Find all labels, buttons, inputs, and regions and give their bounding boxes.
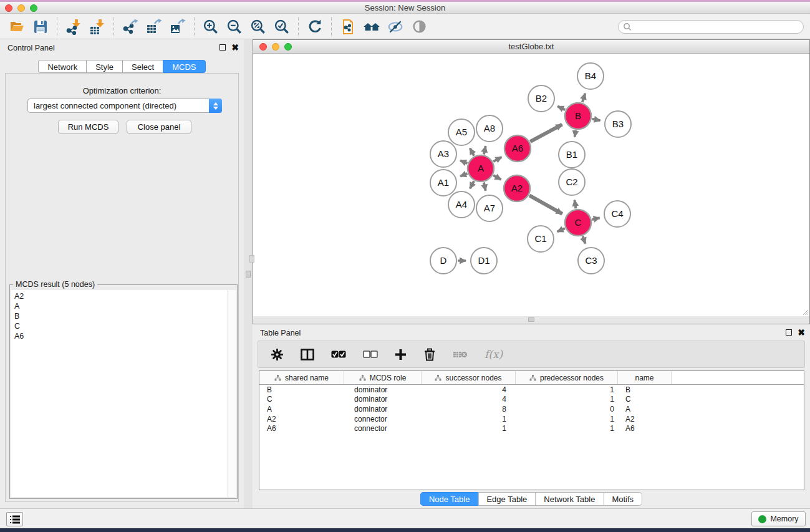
tab-select[interactable]: Select (122, 60, 163, 73)
node-B2[interactable]: B2 (528, 85, 554, 112)
table-row[interactable]: A2connector11A2 (259, 414, 804, 424)
export-network-button[interactable] (118, 16, 142, 38)
node-A7[interactable]: A7 (476, 195, 503, 221)
edge-A-A1[interactable] (460, 173, 467, 176)
hide-graphics-button[interactable] (383, 16, 407, 38)
open-session-button[interactable] (5, 16, 29, 38)
delete-column-button[interactable] (423, 348, 436, 361)
float-panel-icon[interactable] (786, 329, 792, 336)
show-graphics-button[interactable] (407, 16, 431, 38)
table-settings-button[interactable] (271, 348, 284, 361)
table-cell[interactable]: A (618, 404, 672, 414)
tab-edge-table[interactable]: Edge Table (478, 492, 535, 506)
export-table-button[interactable] (142, 16, 166, 38)
show-columns-button[interactable] (301, 349, 314, 360)
edge-C-C3[interactable] (583, 236, 586, 244)
node-C2[interactable]: C2 (559, 169, 585, 195)
table-cell[interactable]: connector (344, 423, 422, 433)
float-panel-icon[interactable] (219, 44, 226, 51)
run-mcds-button[interactable]: Run MCDS (58, 120, 118, 134)
node-A8[interactable]: A8 (476, 115, 503, 142)
search-input[interactable] (618, 20, 804, 34)
table-row[interactable]: Adominator80A (259, 404, 804, 414)
node-table[interactable]: shared nameMCDS rolesuccessor nodesprede… (259, 370, 804, 490)
edge-A-A6[interactable] (493, 157, 501, 162)
edge-C-C4[interactable] (592, 218, 600, 220)
tab-motifs[interactable]: Motifs (603, 492, 642, 506)
save-session-button[interactable] (29, 16, 52, 38)
edge-B-B2[interactable] (557, 106, 565, 110)
tab-node-table[interactable]: Node Table (420, 492, 478, 506)
splitter-handle[interactable] (249, 255, 254, 263)
edge-A2-C[interactable] (529, 195, 562, 214)
export-image-button[interactable] (166, 16, 190, 38)
column-header-successor-nodes[interactable]: successor nodes (422, 371, 516, 384)
table-row[interactable]: Cdominator41C (259, 395, 804, 405)
table-cell[interactable]: A (259, 404, 344, 414)
table-cell[interactable]: dominator (344, 395, 422, 405)
function-builder-button[interactable]: f(x) (485, 348, 503, 360)
node-A2[interactable]: A2 (504, 175, 530, 201)
node-D[interactable]: D (430, 248, 456, 274)
table-cell[interactable]: dominator (344, 385, 422, 395)
table-cell[interactable]: 0 (516, 404, 618, 414)
network-canvas[interactable]: B4B2BB3A5A8A6A3B1AA1C2A2A4A7C4CC1C3DD1 (253, 54, 809, 317)
table-cell[interactable]: C (618, 395, 672, 405)
node-B1[interactable]: B1 (559, 142, 585, 168)
create-column-button[interactable] (395, 349, 407, 360)
memory-button[interactable]: Memory (751, 511, 806, 526)
select-all-button[interactable] (331, 351, 346, 358)
edge-C-C1[interactable] (557, 228, 565, 231)
tab-style[interactable]: Style (86, 60, 122, 73)
node-B4[interactable]: B4 (577, 63, 604, 89)
refresh-network-button[interactable] (303, 16, 327, 38)
table-cell[interactable]: 1 (516, 414, 618, 424)
zoom-selected-button[interactable] (270, 16, 294, 38)
edge-B-B3[interactable] (592, 119, 600, 121)
resize-grip-icon[interactable] (801, 308, 809, 316)
edge-A-A3[interactable] (460, 160, 467, 163)
edge-A6-B[interactable] (530, 125, 562, 142)
edge-A-A7[interactable] (484, 183, 486, 191)
table-cell[interactable]: A2 (259, 414, 344, 424)
node-C1[interactable]: C1 (528, 226, 554, 252)
column-header-name[interactable]: name (618, 371, 672, 384)
column-header-mcds-role[interactable]: MCDS role (344, 371, 422, 384)
result-item[interactable]: C (11, 321, 227, 331)
table-cell[interactable]: 4 (422, 395, 516, 405)
splitter-handle[interactable] (246, 271, 251, 278)
import-table-button[interactable] (85, 16, 109, 38)
table-row[interactable]: A6connector11A6 (259, 423, 804, 433)
node-A6[interactable]: A6 (504, 135, 531, 162)
table-cell[interactable]: A6 (618, 423, 672, 433)
table-cell[interactable]: dominator (344, 404, 422, 414)
table-cell[interactable]: C (259, 395, 344, 405)
result-item[interactable]: A2 (11, 291, 227, 301)
edge-A-A4[interactable] (470, 181, 475, 188)
splitter-handle[interactable] (528, 317, 534, 322)
zoom-fit-button[interactable] (246, 16, 270, 38)
node-A[interactable]: A (468, 155, 494, 181)
node-A4[interactable]: A4 (448, 191, 475, 218)
optimization-criterion-dropdown[interactable]: largest connected component (directed) (27, 99, 222, 113)
home-layout-button[interactable] (360, 16, 383, 38)
node-A5[interactable]: A5 (448, 119, 475, 145)
result-item[interactable]: B (11, 311, 227, 321)
table-cell[interactable]: B (618, 385, 672, 395)
edge-A-A5[interactable] (470, 148, 475, 156)
zoom-out-button[interactable] (223, 16, 246, 38)
node-D1[interactable]: D1 (471, 248, 497, 274)
clone-network-button[interactable] (336, 16, 360, 38)
close-panel-icon[interactable]: ✖ (231, 44, 239, 51)
result-item[interactable]: A (11, 301, 227, 311)
result-item[interactable]: A6 (11, 331, 227, 341)
node-C4[interactable]: C4 (604, 201, 630, 227)
table-cell[interactable]: 1 (422, 414, 516, 424)
node-A3[interactable]: A3 (430, 141, 456, 167)
tab-network-table[interactable]: Network Table (535, 492, 603, 506)
delete-table-button[interactable] (453, 350, 468, 359)
edge-B-B4[interactable] (582, 94, 586, 102)
table-cell[interactable]: 4 (422, 385, 516, 395)
edge-A-A8[interactable] (484, 146, 486, 154)
result-scrollbar[interactable] (228, 290, 236, 497)
